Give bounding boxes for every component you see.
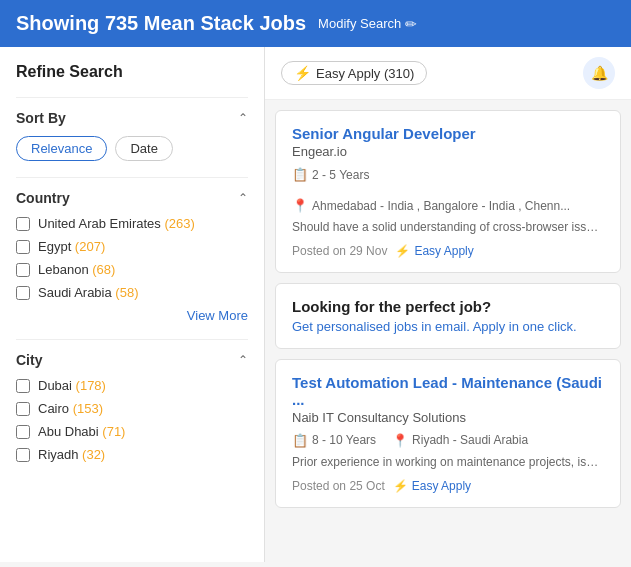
sort-by-chevron: ⌃ <box>238 111 248 125</box>
job-card[interactable]: Test Automation Lead - Maintenance (Saud… <box>275 359 621 508</box>
sidebar: Refine Search Sort By ⌃ Relevance Date C… <box>0 47 265 562</box>
page-title: Showing 735 Mean Stack Jobs <box>16 12 306 35</box>
bell-icon: 🔔 <box>591 65 608 81</box>
country-uae-label: United Arab Emirates (263) <box>38 216 195 231</box>
city-chevron: ⌃ <box>238 353 248 367</box>
country-view-more[interactable]: View More <box>16 308 248 323</box>
main-layout: Refine Search Sort By ⌃ Relevance Date C… <box>0 47 631 562</box>
city-label: City <box>16 352 42 368</box>
sort-by-header: Sort By ⌃ <box>16 110 248 126</box>
list-item: Abu Dhabi (71) <box>16 424 248 439</box>
job-title[interactable]: Senior Angular Developer <box>292 125 604 142</box>
company-name: Naib IT Consultancy Solutions <box>292 410 604 425</box>
location-meta: 📍 Ahmedabad - India , Bangalore - India … <box>292 198 570 213</box>
refine-search-title: Refine Search <box>16 63 248 81</box>
job-meta: 📋 2 - 5 Years 📍 Ahmedabad - India , Bang… <box>292 167 604 213</box>
job-description: Prior experience in working on maintenan… <box>292 454 604 471</box>
location-icon: 📍 <box>292 198 308 213</box>
country-header: Country ⌃ <box>16 190 248 206</box>
job-meta: 📋 8 - 10 Years 📍 Riyadh - Saudi Arabia <box>292 433 604 448</box>
easy-apply-badge[interactable]: ⚡ Easy Apply <box>395 244 473 258</box>
city-dubai-label: Dubai (178) <box>38 378 106 393</box>
list-item: Lebanon (68) <box>16 262 248 277</box>
easy-apply-filter-chip[interactable]: ⚡ Easy Apply (310) <box>281 61 427 85</box>
country-lebanon-checkbox[interactable] <box>16 263 30 277</box>
experience-value: 2 - 5 Years <box>312 168 369 182</box>
city-riyadh-label: Riyadh (32) <box>38 447 105 462</box>
job-footer: Posted on 25 Oct ⚡ Easy Apply <box>292 479 604 493</box>
experience-meta: 📋 2 - 5 Years <box>292 167 369 182</box>
easy-apply-label: Easy Apply <box>414 244 473 258</box>
page-header: Showing 735 Mean Stack Jobs Modify Searc… <box>0 0 631 47</box>
easy-apply-label: Easy Apply <box>412 479 471 493</box>
location-value: Ahmedabad - India , Bangalore - India , … <box>312 199 570 213</box>
country-saudi-checkbox[interactable] <box>16 286 30 300</box>
city-header: City ⌃ <box>16 352 248 368</box>
modify-search[interactable]: Modify Search ✏ <box>318 16 417 32</box>
easy-apply-icon: ⚡ <box>395 244 410 258</box>
pencil-icon: ✏ <box>405 16 417 32</box>
briefcase-icon: 📋 <box>292 167 308 182</box>
country-lebanon-label: Lebanon (68) <box>38 262 115 277</box>
list-item: Saudi Arabia (58) <box>16 285 248 300</box>
list-item: Cairo (153) <box>16 401 248 416</box>
notification-icon[interactable]: 🔔 <box>583 57 615 89</box>
city-abudhabi-checkbox[interactable] <box>16 425 30 439</box>
country-egypt-label: Egypt (207) <box>38 239 105 254</box>
easy-apply-chip-icon: ⚡ <box>294 65 311 81</box>
job-description: Should have a solid understanding of cro… <box>292 219 604 236</box>
list-item: Dubai (178) <box>16 378 248 393</box>
sort-date-button[interactable]: Date <box>115 136 172 161</box>
city-cairo-checkbox[interactable] <box>16 402 30 416</box>
location-value: Riyadh - Saudi Arabia <box>412 433 528 447</box>
experience-meta: 📋 8 - 10 Years <box>292 433 376 448</box>
city-riyadh-checkbox[interactable] <box>16 448 30 462</box>
job-footer: Posted on 29 Nov ⚡ Easy Apply <box>292 244 604 258</box>
city-abudhabi-label: Abu Dhabi (71) <box>38 424 125 439</box>
list-item: Egypt (207) <box>16 239 248 254</box>
briefcase-icon: 📋 <box>292 433 308 448</box>
easy-apply-icon: ⚡ <box>393 479 408 493</box>
easy-apply-chip-label: Easy Apply (310) <box>316 66 414 81</box>
job-card[interactable]: Senior Angular Developer Engear.io 📋 2 -… <box>275 110 621 273</box>
country-uae-checkbox[interactable] <box>16 217 30 231</box>
posted-date: Posted on 29 Nov <box>292 244 387 258</box>
list-item: Riyadh (32) <box>16 447 248 462</box>
job-title[interactable]: Test Automation Lead - Maintenance (Saud… <box>292 374 604 408</box>
list-item: United Arab Emirates (263) <box>16 216 248 231</box>
promo-description: Get personalised jobs in email. Apply in… <box>292 319 604 334</box>
sort-buttons: Relevance Date <box>16 136 248 161</box>
country-egypt-checkbox[interactable] <box>16 240 30 254</box>
city-cairo-label: Cairo (153) <box>38 401 103 416</box>
country-chevron: ⌃ <box>238 191 248 205</box>
experience-value: 8 - 10 Years <box>312 433 376 447</box>
country-saudi-label: Saudi Arabia (58) <box>38 285 138 300</box>
location-meta: 📍 Riyadh - Saudi Arabia <box>392 433 528 448</box>
city-section: City ⌃ Dubai (178) Cairo (153) Abu Dhabi… <box>16 339 248 462</box>
jobs-panel: ⚡ Easy Apply (310) 🔔 Senior Angular Deve… <box>265 47 631 562</box>
sort-by-section: Sort By ⌃ Relevance Date <box>16 97 248 161</box>
country-section: Country ⌃ United Arab Emirates (263) Egy… <box>16 177 248 323</box>
filter-bar: ⚡ Easy Apply (310) 🔔 <box>265 47 631 100</box>
easy-apply-badge[interactable]: ⚡ Easy Apply <box>393 479 471 493</box>
modify-search-label: Modify Search <box>318 16 401 31</box>
city-dubai-checkbox[interactable] <box>16 379 30 393</box>
company-name: Engear.io <box>292 144 604 159</box>
promo-title: Looking for the perfect job? <box>292 298 604 315</box>
country-label: Country <box>16 190 70 206</box>
sort-relevance-button[interactable]: Relevance <box>16 136 107 161</box>
location-icon: 📍 <box>392 433 408 448</box>
promo-card: Looking for the perfect job? Get persona… <box>275 283 621 349</box>
sort-by-label: Sort By <box>16 110 66 126</box>
posted-date: Posted on 25 Oct <box>292 479 385 493</box>
